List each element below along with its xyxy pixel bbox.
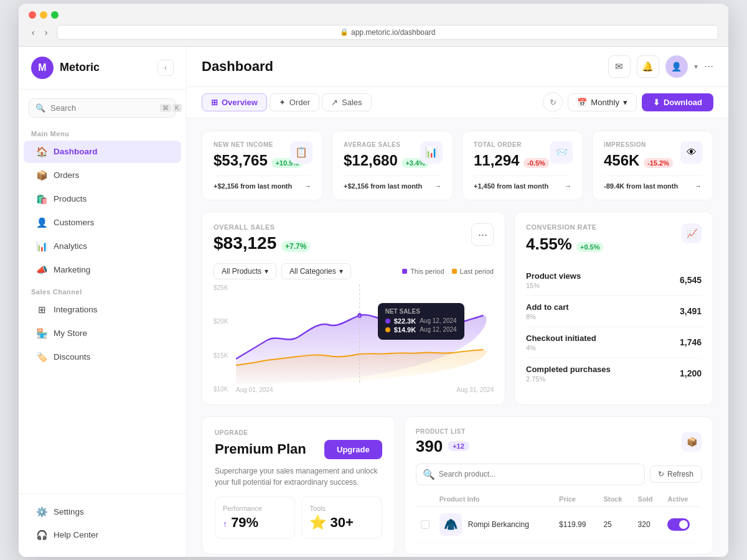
tab-actions: ↻ 📅 Monthly ▾ ⬇ Download: [543, 92, 713, 112]
sidebar-item-marketing[interactable]: 📣 Marketing: [24, 259, 181, 281]
sidebar-item-integrations[interactable]: ⊞ Integrations: [24, 299, 181, 321]
chart-area: NET SALES $22.3K Aug 12, 2024 $14.9K: [236, 284, 494, 384]
col-price: Price: [554, 492, 598, 507]
upgrade-stat-val-performance: ↑ 79%: [223, 515, 287, 531]
product-search-input[interactable]: [439, 470, 638, 478]
forward-button[interactable]: ›: [42, 26, 51, 39]
conv-metric-val-2: 1,746: [680, 337, 702, 347]
product-search-icon: 🔍: [423, 469, 435, 480]
product-list-label: PRODUCT LIST: [416, 428, 469, 435]
products-icon: 🛍️: [36, 194, 47, 205]
logo-icon: M: [31, 57, 54, 79]
footer-amount-1: +$2,156: [344, 182, 369, 190]
chart-yaxis: $25K $20K $15K $10K: [214, 284, 228, 393]
product-title-area: PRODUCT LIST 390 +12: [416, 428, 469, 456]
tab-overview[interactable]: ⊞ Overview: [202, 93, 267, 111]
email-button[interactable]: ✉: [608, 55, 631, 78]
upgrade-stat-performance: Performance ↑ 79%: [215, 497, 295, 539]
refresh-icon: ↻: [658, 470, 664, 478]
footer-text-1: from last month: [370, 182, 422, 190]
stat-cards: 📋 NEW NET INCOME $53,765 +10.5% +$2,156 …: [202, 131, 713, 200]
notification-button[interactable]: 🔔: [637, 55, 659, 78]
product-icon-button[interactable]: 📦: [682, 432, 702, 452]
filter-products-label: All Products: [222, 267, 261, 276]
sidebar-item-label-marketing: Marketing: [54, 265, 90, 274]
sales-value: $83,125 +7.7%: [214, 233, 310, 253]
conv-metric-name-2: Checkout initiated: [526, 334, 596, 343]
more-button[interactable]: ···: [704, 60, 713, 73]
avatar[interactable]: 👤: [665, 55, 688, 78]
product-list-card: PRODUCT LIST 390 +12 📦 🔍: [404, 416, 713, 554]
tab-sales[interactable]: ↗ Sales: [322, 93, 372, 111]
sidebar-item-settings[interactable]: ⚙️ Settings: [24, 501, 181, 523]
main-header: Dashboard ✉ 🔔 👤 ▾ ···: [187, 47, 728, 87]
product-count: 390: [416, 437, 443, 456]
active-toggle[interactable]: [667, 518, 690, 531]
product-thumb: 🧥: [439, 513, 462, 536]
dashboard-content: 📋 NEW NET INCOME $53,765 +10.5% +$2,156 …: [187, 118, 728, 557]
avatar-chevron[interactable]: ▾: [694, 62, 698, 71]
sidebar-item-mystore[interactable]: 🏪 My Store: [24, 322, 181, 345]
refresh-icon-button[interactable]: ↻: [543, 92, 563, 112]
filter-all-categories[interactable]: All Categories ▾: [281, 263, 351, 279]
conv-chart-button[interactable]: 📈: [682, 223, 702, 243]
stat-card-impression: 👁 IMPRESSION 456K -15.2% -89.4K from las…: [592, 131, 713, 200]
chart-svg: [236, 284, 494, 384]
table-row: 🧥 Rompi Berkancing $119.99 25 320: [416, 506, 702, 542]
refresh-product-button[interactable]: ↻ Refresh: [650, 465, 702, 483]
upgrade-arrow-icon: ↑: [223, 519, 227, 529]
footer-text-2: from last month: [497, 182, 548, 190]
sidebar-search-box[interactable]: 🔍 ⌘ K: [29, 98, 176, 118]
upgrade-stat-val-tools: ⭐ 30+: [309, 515, 374, 531]
sidebar-item-customers[interactable]: 👤 Customers: [24, 212, 181, 234]
monthly-label: Monthly: [591, 98, 619, 107]
tab-order-icon: ✦: [279, 98, 286, 107]
sidebar-item-discounts[interactable]: 🏷️ Discounts: [24, 346, 181, 368]
upgrade-stat-label-tools: Tools: [309, 505, 374, 512]
stat-badge-total-order: -0.5%: [524, 158, 549, 168]
sidebar-item-helpcenter[interactable]: 🎧 Help Center: [24, 524, 181, 546]
sidebar-collapse-button[interactable]: ‹: [157, 60, 174, 76]
legend-last-label: Last period: [460, 268, 494, 275]
filter-categories-label: All Categories: [289, 267, 336, 276]
tab-sales-label: Sales: [342, 98, 362, 107]
customers-icon: 👤: [36, 217, 47, 228]
download-button[interactable]: ⬇ Download: [642, 93, 713, 111]
filter-products-chevron: ▾: [265, 267, 268, 276]
sidebar-item-dashboard[interactable]: 🏠 Dashboard: [24, 141, 181, 163]
monthly-button[interactable]: 📅 Monthly ▾: [568, 93, 637, 111]
filter-all-products[interactable]: All Products ▾: [214, 263, 276, 279]
row-price-cell: $119.99: [554, 506, 598, 542]
row-checkbox-cell: [416, 506, 435, 542]
tab-order[interactable]: ✦ Order: [270, 93, 319, 111]
conv-metric-pct-3: 2.75%: [526, 375, 611, 383]
stat-footer-avg-sales: +$2,156 from last month →: [344, 175, 441, 190]
sidebar-item-analytics[interactable]: 📊 Analytics: [24, 235, 181, 258]
stat-card-net-income: 📋 NEW NET INCOME $53,765 +10.5% +$2,156 …: [202, 131, 323, 200]
sidebar-item-label-settings: Settings: [54, 507, 84, 516]
upgrade-button[interactable]: Upgrade: [324, 440, 382, 459]
sidebar-bottom: ⚙️ Settings 🎧 Help Center: [19, 493, 186, 547]
arrow-icon-0: →: [304, 182, 311, 190]
sidebar: M Metoric ‹ 🔍 ⌘ K Main Menu 🏠 Dashboard …: [19, 47, 187, 557]
product-search-box[interactable]: 🔍: [416, 464, 645, 485]
search-input[interactable]: [50, 103, 155, 113]
stat-icon-avg-sales: 📊: [420, 141, 443, 164]
bottom-row: UPGRADE Premium Plan Upgrade Supercharge…: [202, 416, 713, 554]
sidebar-item-orders[interactable]: 📦 Orders: [24, 164, 181, 187]
sales-options-button[interactable]: ⋯: [471, 223, 494, 246]
row-checkbox[interactable]: [421, 520, 430, 529]
arrow-icon-2: →: [565, 182, 571, 190]
expand-dot: [51, 11, 59, 19]
sidebar-item-label-integrations: Integrations: [54, 305, 98, 314]
sales-channel-label: Sales Channel: [19, 282, 186, 298]
address-bar[interactable]: 🔒 app.metoric.io/dashboard: [57, 25, 718, 40]
sidebar-item-products[interactable]: 🛍️ Products: [24, 188, 181, 210]
upgrade-stats: Performance ↑ 79% Tools ⭐ 30+: [215, 497, 382, 539]
conv-metric-pct-2: 4%: [526, 344, 596, 352]
arrow-icon-1: →: [435, 182, 441, 190]
footer-amount-3: -89.4K: [604, 182, 624, 190]
page-title: Dashboard: [202, 58, 273, 75]
upgrade-stat-label-performance: Performance: [223, 505, 287, 512]
back-button[interactable]: ‹: [29, 26, 38, 39]
